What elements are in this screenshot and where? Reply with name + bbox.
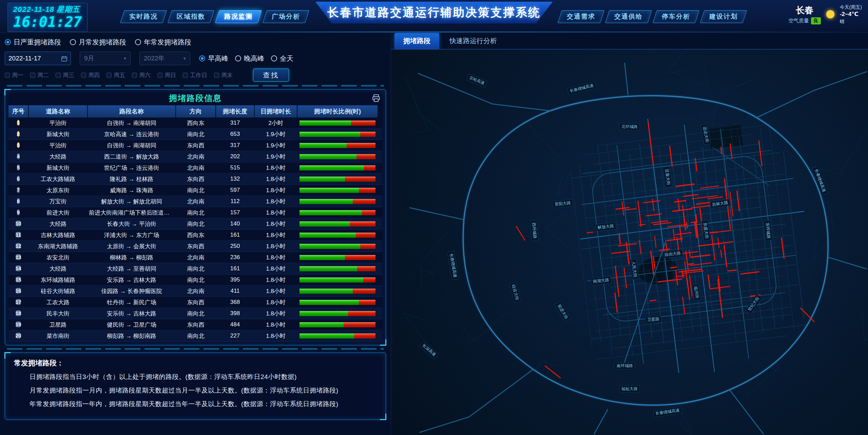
duration-ratio-cell xyxy=(297,165,378,170)
daily-duration-cell: 1.8小时 xyxy=(255,254,297,261)
rank-badge: 6 xyxy=(17,176,20,182)
map-tab[interactable]: 快速路运行分析 xyxy=(441,33,506,49)
nav-button[interactable]: 交通供给 xyxy=(607,10,650,23)
table-header: 序号道路名称路段名称方向拥堵长度日拥堵时长拥堵时长比例(时) xyxy=(8,105,382,117)
table-row[interactable]: 8万宝街解放大街 → 解放北胡同北向南1121.8小时 xyxy=(8,196,382,207)
rank-cell: 10 xyxy=(8,220,28,228)
direction-cell: 东向西 xyxy=(176,242,215,250)
table-row[interactable]: 17工农大路牡丹街 → 新民广场东向西3681.8小时 xyxy=(8,297,382,308)
checkbox-label: 周四 xyxy=(88,71,100,79)
table-row[interactable]: 12东南湖大路辅路太原街 → 会展大街东向西2501.8小时 xyxy=(8,241,382,252)
search-button[interactable]: 查找 xyxy=(253,69,289,81)
duration-ratio-bar xyxy=(300,333,375,339)
segment-name-cell: 威海路 → 珠海路 xyxy=(88,186,175,194)
checkbox-box xyxy=(5,73,10,78)
table-row[interactable]: 13农安北街柳林路 → 柳彭路北向南2361.8小时 xyxy=(8,252,382,263)
table-row[interactable]: 1平治街自强街 → 南湖胡同西向东3172小时 xyxy=(8,117,382,129)
nav-button-label: 广场分析 xyxy=(272,12,300,21)
duration-ratio-bar xyxy=(300,266,375,271)
map-road-label: 长春绕城高速 xyxy=(812,166,828,195)
weekday-checkboxes: 周一周二周三周四周五周六周日工作日周末 xyxy=(5,71,233,79)
nav-button[interactable]: 交通需求 xyxy=(560,10,602,23)
map-road-label: 解放大路 xyxy=(595,222,616,232)
ratio-green-segment xyxy=(300,221,350,226)
nav-button[interactable]: 路况监测 xyxy=(217,10,260,23)
rank-badge: 3 xyxy=(17,142,20,148)
nav-button-label: 停车分析 xyxy=(662,12,690,21)
rank-badge: 18 xyxy=(16,310,21,316)
congestion-length-cell: 597 xyxy=(216,187,254,194)
table-row[interactable]: 19卫星路健民街 → 卫星广场东向西4841.8小时 xyxy=(8,319,382,330)
duration-ratio-bar xyxy=(300,210,375,215)
rank-badge: 15 xyxy=(16,277,21,283)
map-area[interactable]: 长春绕城高速长春绕城高速长春绕城高速长春绕城高速京哈高速长深高速北环城路东环城路… xyxy=(391,50,868,435)
table-row[interactable]: 18民丰大街安乐街 → 吉林大路南向北3981.8小时 xyxy=(8,308,382,319)
segment-name-cell: 自强街 → 南湖胡同 xyxy=(88,119,175,127)
date-input[interactable]: 2022-11-17 xyxy=(5,52,71,65)
direction-cell: 北向南 xyxy=(176,287,215,295)
table-row[interactable]: 2新城大街京哈高速 → 连云港街南向北6531.9小时 xyxy=(8,129,382,140)
direction-cell: 北向南 xyxy=(176,164,215,172)
app-root: 2022-11-18 星期五 16:01:27 实时路况区域指数路况监测广场分析… xyxy=(0,0,868,435)
nav-button[interactable]: 建设计划 xyxy=(702,10,745,23)
congestion-length-cell: 411 xyxy=(216,288,254,294)
table-row[interactable]: 3平治街自强街 → 南湖胡同东向西3171.9小时 xyxy=(8,140,382,151)
segment-name-cell: 柳彭路 → 柳彭南路 xyxy=(88,332,175,340)
table-row[interactable]: 9前进大街前进大街南湖广场下桥后匝道出口 → …南向北1571.8小时 xyxy=(8,207,382,218)
table-row[interactable]: 15东环城路辅路安乐路 → 吉林大路南向北3951.8小时 xyxy=(8,274,382,286)
congestion-type-radios: 日严重拥堵路段月常发拥堵路段年常发拥堵路段 xyxy=(5,36,386,48)
table-row[interactable]: 4大经路西二道街 → 解放大路北向南2021.9小时 xyxy=(8,151,382,162)
ratio-red-segment xyxy=(354,333,375,339)
direction-cell: 东向西 xyxy=(176,142,215,149)
duration-ratio-bar xyxy=(300,154,375,159)
table-column-header: 方向 xyxy=(176,105,215,117)
segment-name-cell: 长春大街 → 平治街 xyxy=(88,220,175,228)
table-row[interactable]: 16硅谷大街辅路佳园路 → 长春肿瘤医院北向南4111.8小时 xyxy=(8,286,382,297)
segment-name-cell: 自强街 → 南湖胡同 xyxy=(88,142,175,149)
road-name-cell: 万宝街 xyxy=(29,198,87,205)
daily-duration-cell: 1.8小时 xyxy=(255,265,297,273)
map-road-label: 长春绕城高速 xyxy=(567,81,597,95)
road-name-cell: 平治街 xyxy=(29,142,87,149)
radio-option[interactable]: 月常发拥堵路段 xyxy=(70,38,126,47)
road-name-cell: 平治街 xyxy=(29,119,87,127)
radio-option[interactable]: 晚高峰 xyxy=(235,54,264,63)
radio-dot xyxy=(199,55,205,61)
map-labels-layer: 长春绕城高速长春绕城高速长春绕城高速长春绕城高速京哈高速长深高速北环城路东环城路… xyxy=(391,50,868,435)
weekday-filter-row: 周一周二周三周四周五周六周日工作日周末 查找 xyxy=(5,69,386,81)
rank-cell: 5 xyxy=(8,164,28,172)
map-road-label: 长春绕城高速 xyxy=(653,406,682,417)
daily-duration-cell: 1.9小时 xyxy=(255,130,297,138)
nav-button[interactable]: 区域指数 xyxy=(170,10,212,23)
table-row[interactable]: 14大经路大经路 → 至善胡同南向北1611.8小时 xyxy=(8,263,382,274)
duration-ratio-bar xyxy=(300,244,375,249)
nav-button[interactable]: 停车分析 xyxy=(655,10,697,23)
weekday-checkbox: 周五 xyxy=(107,71,125,79)
radio-label: 全天 xyxy=(280,54,293,63)
radio-option[interactable]: 日严重拥堵路段 xyxy=(5,38,61,47)
duration-ratio-cell xyxy=(297,132,378,137)
radio-option[interactable]: 早高峰 xyxy=(199,54,228,63)
table-column-header: 拥堵长度 xyxy=(216,105,254,117)
nav-button[interactable]: 广场分析 xyxy=(265,10,307,23)
map-tab[interactable]: 拥堵路段 xyxy=(394,33,439,49)
table-row[interactable]: 7太原东街威海路 → 珠海路南向北5971.8小时 xyxy=(8,185,382,196)
table-column-header: 路段名称 xyxy=(88,105,175,117)
direction-cell: 南向北 xyxy=(176,130,215,138)
map-road-label: 东盛大街 xyxy=(701,220,711,241)
print-icon[interactable] xyxy=(372,94,380,104)
table-row[interactable]: 11吉林大路辅路洋浦大街 → 东方广场西向东1611.8小时 xyxy=(8,230,382,241)
table-row[interactable]: 5新城大街世纪广场 → 连云港街北向南5151.8小时 xyxy=(8,162,382,174)
checkbox-box xyxy=(183,73,188,78)
table-row[interactable]: 20菜市南街柳彭路 → 柳彭南路南向北2271.8小时 xyxy=(8,330,382,342)
congestion-table-panel: 拥堵路段信息 序号道路名称路段名称方向拥堵长度日拥堵时长拥堵时长比例(时) 1平… xyxy=(5,89,386,345)
radio-option[interactable]: 年常发拥堵路段 xyxy=(135,38,191,47)
daily-duration-cell: 1.8小时 xyxy=(255,287,297,295)
table-row[interactable]: 10大经路长春大街 → 平治街南向北1401.8小时 xyxy=(8,218,382,230)
nav-right: 交通需求交通供给停车分析建设计划 xyxy=(560,10,745,23)
weekday-checkbox: 周一 xyxy=(5,71,23,79)
table-row[interactable]: 6工农大路辅路隆礼路 → 桂林路东向西1321.8小时 xyxy=(8,174,382,185)
nav-button[interactable]: 实时路况 xyxy=(122,10,165,23)
radio-option[interactable]: 全天 xyxy=(271,54,293,63)
rank-badge: 1 xyxy=(17,120,20,126)
